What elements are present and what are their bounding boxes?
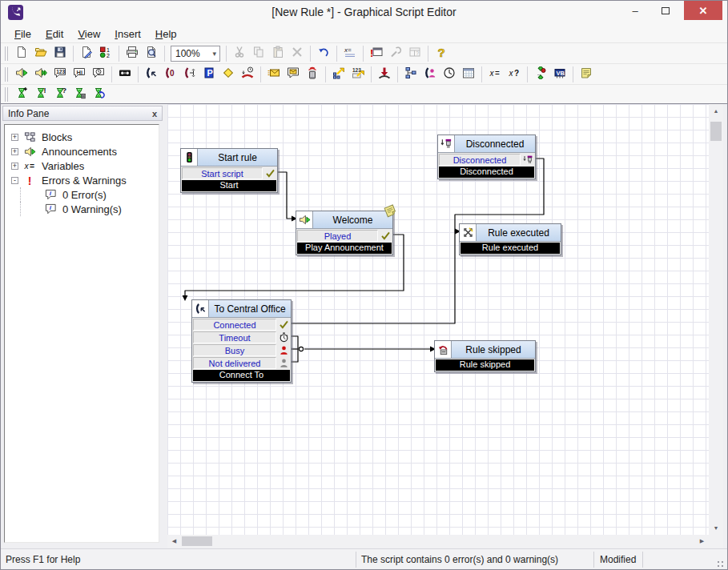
park-call-button[interactable]: P [199, 66, 219, 83]
zoom-combobox[interactable]: 100%▾ [171, 46, 220, 62]
outcome-label[interactable]: Not delivered [193, 357, 276, 369]
tree-item-0-warning-s-[interactable]: i0 Warning(s) [5, 202, 159, 216]
outcome-label[interactable]: Played [297, 230, 378, 242]
block-header[interactable]: Welcome [296, 211, 392, 229]
hourglass-add-button[interactable] [12, 86, 31, 103]
calendar-button[interactable] [459, 66, 478, 83]
vertical-scroll-thumb[interactable] [710, 122, 722, 141]
hourglass-alert-button[interactable]: ! [31, 86, 50, 103]
block-action-bar[interactable]: Play Announcement [297, 243, 392, 254]
outcome-label[interactable]: Start script [182, 167, 263, 179]
scroll-down-icon[interactable]: ▼ [709, 521, 723, 535]
script-canvas[interactable]: Start rule Start script Start Disconnect… [167, 104, 709, 535]
bubble-123-button[interactable]: 123 [50, 66, 70, 83]
block-action-bar[interactable]: Rule executed [461, 243, 560, 254]
scroll-right-icon[interactable]: ▶ [695, 535, 709, 548]
toolbar-gripper[interactable] [5, 87, 8, 102]
save-button[interactable] [50, 45, 70, 62]
menu-help[interactable]: Help [148, 26, 184, 42]
block-welcome[interactable]: Welcome Played Play Announcement [296, 211, 393, 255]
recorder-button[interactable] [115, 66, 135, 83]
properties-button[interactable] [77, 45, 96, 62]
phone-answer-button[interactable] [142, 66, 161, 83]
block-header[interactable]: To Central Office [192, 300, 291, 318]
jump-numbered-button[interactable]: 123 [348, 66, 368, 83]
maximize-button[interactable] [654, 1, 678, 20]
print-button[interactable] [123, 45, 142, 62]
outcome-label[interactable]: Disconnected [439, 154, 521, 166]
block-action-bar[interactable]: Connect To [193, 370, 290, 381]
menu-edit[interactable]: Edit [38, 26, 70, 42]
bubble-announce-button[interactable]: Hi [70, 66, 89, 83]
print-preview-button[interactable] [142, 45, 161, 62]
info-pane-close-icon[interactable]: x [152, 109, 157, 118]
announce-play-button[interactable] [12, 66, 31, 83]
clock-button[interactable] [440, 66, 459, 83]
block-header[interactable]: Disconnected [438, 135, 535, 153]
expand-icon[interactable]: + [11, 134, 18, 141]
block-outcome-row[interactable]: Start script [181, 167, 277, 179]
keypad-delete-button[interactable] [303, 66, 322, 83]
vb-script-button[interactable]: VB [550, 66, 569, 83]
block-outcome-row[interactable]: Disconnected [438, 153, 535, 166]
phone-divert-button[interactable] [180, 66, 199, 83]
hourglass-undo-button[interactable] [89, 86, 108, 103]
menu-view[interactable]: View [70, 26, 107, 42]
block-outcome-row[interactable]: Played [296, 229, 392, 242]
outcome-label[interactable]: Timeout [193, 331, 276, 343]
tree-item-announcements[interactable]: +Announcements [5, 144, 159, 159]
minimize-button[interactable]: – [623, 1, 647, 20]
jump-block-button[interactable] [329, 66, 348, 83]
tree-item-0-error-s-[interactable]: i0 Error(s) [5, 187, 159, 202]
var-question-button[interactable]: x? [505, 66, 524, 83]
decision-node-button[interactable] [531, 66, 550, 83]
horizontal-scroll-thumb[interactable] [182, 536, 212, 546]
menu-file[interactable]: File [7, 26, 38, 42]
outcome-label[interactable]: Busy [193, 344, 276, 356]
outcome-label[interactable]: Connected [193, 319, 276, 331]
scroll-left-icon[interactable]: ◀ [167, 535, 181, 548]
error-window-button[interactable]: ! [367, 45, 386, 62]
resize-grip[interactable] [717, 560, 725, 568]
block-outcome-row[interactable]: Not delivered [192, 356, 291, 369]
undo-button[interactable] [314, 45, 333, 62]
tree-item-blocks[interactable]: +Blocks [5, 130, 159, 144]
tree-item-errors-warnings[interactable]: -!Errors & Warnings [5, 173, 159, 187]
block-rule-executed[interactable]: Rule executedRule executed [459, 223, 561, 255]
bubble-clock-button[interactable] [89, 66, 108, 83]
variable-list-button[interactable]: x= [340, 45, 360, 62]
close-button[interactable]: ✕ [684, 1, 722, 20]
vertical-scrollbar[interactable]: ▲ ▼ [709, 104, 723, 535]
note-attach-button[interactable] [577, 66, 596, 83]
block-rule-skipped[interactable]: Rule skippedRule skipped [434, 340, 536, 372]
phone-hold-button[interactable]: 0 [161, 66, 180, 83]
block-action-bar[interactable]: Disconnected [439, 167, 534, 178]
block-header[interactable]: Start rule [181, 149, 277, 167]
new-document-button[interactable] [12, 45, 31, 62]
expand-icon[interactable]: + [11, 163, 18, 170]
diamond-route-button[interactable] [219, 66, 238, 83]
block-start-rule[interactable]: Start rule Start script Start [180, 148, 278, 193]
menu-insert[interactable]: Insert [107, 26, 148, 42]
block-outcome-row[interactable]: Busy [192, 343, 291, 356]
block-to-central-office[interactable]: To Central Office Connected Timeout Busy… [191, 299, 292, 383]
var-assign-button[interactable]: x= [485, 66, 505, 83]
mail-send-button[interactable] [264, 66, 284, 83]
horizontal-scrollbar[interactable]: ◀ ▶ [167, 535, 709, 548]
hourglass-question-button[interactable]: ? [50, 86, 70, 103]
tree-view-button[interactable] [401, 66, 420, 83]
help-button[interactable]: ? [432, 45, 451, 62]
scroll-up-icon[interactable]: ▲ [709, 104, 723, 118]
chevron-down-icon[interactable]: ▾ [212, 50, 219, 58]
toolbar-gripper[interactable] [5, 67, 8, 82]
block-action-bar[interactable]: Rule skipped [436, 359, 534, 371]
toolbar-gripper[interactable] [5, 46, 8, 61]
block-outcome-row[interactable]: Timeout [192, 331, 291, 343]
transfer-down-button[interactable] [375, 66, 394, 83]
block-action-bar[interactable]: Start [182, 180, 276, 191]
hourglass-delete-button[interactable] [70, 86, 89, 103]
expand-icon[interactable]: + [11, 148, 18, 155]
block-header[interactable]: Rule skipped [435, 341, 535, 359]
block-header[interactable]: Rule executed [460, 224, 561, 242]
call-person-button[interactable] [420, 66, 440, 83]
